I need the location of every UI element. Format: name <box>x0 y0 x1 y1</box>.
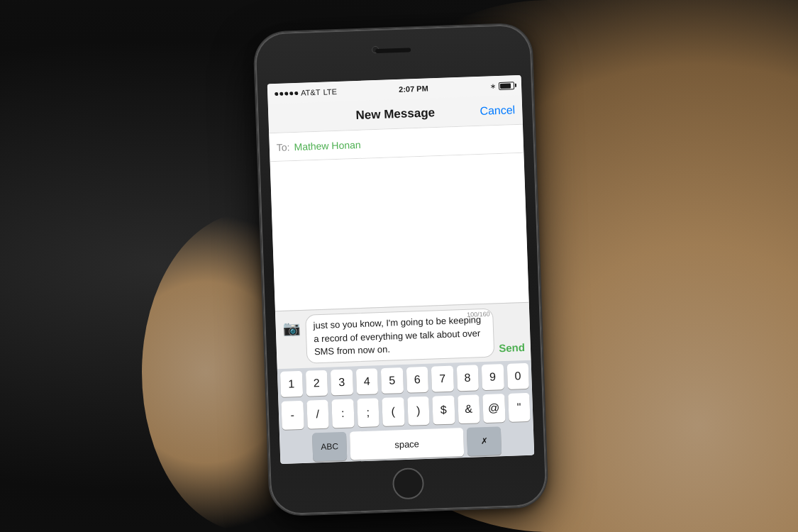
phone-body: AT&T LTE 2:07 PM ∗ New Message Cancel <box>254 23 547 515</box>
message-input[interactable]: just so you know, I'm going to be keepin… <box>305 309 495 364</box>
key-ampersand[interactable]: & <box>458 394 480 423</box>
key-4[interactable]: 4 <box>355 368 378 394</box>
key-abc[interactable]: ABC <box>312 432 347 462</box>
bluetooth-icon: ∗ <box>490 82 496 90</box>
status-right: ∗ <box>490 82 514 90</box>
abc-label: ABC <box>321 441 338 452</box>
network-type-label: LTE <box>323 87 337 96</box>
space-label: space <box>394 438 419 450</box>
char-counter: 100/160 <box>467 311 490 318</box>
keyboard: 1 2 3 4 5 6 7 8 9 0 - / : ; ( <box>277 360 534 464</box>
delete-icon: ✗ <box>480 436 487 446</box>
to-contact: Mathew Honan <box>294 138 361 152</box>
key-slash[interactable]: / <box>306 400 329 429</box>
signal-icon <box>275 91 298 95</box>
key-dash[interactable]: - <box>281 401 304 430</box>
phone: AT&T LTE 2:07 PM ∗ New Message Cancel <box>254 23 547 515</box>
key-open-paren[interactable]: ( <box>382 397 404 426</box>
key-dollar[interactable]: $ <box>432 395 455 424</box>
key-6[interactable]: 6 <box>406 367 428 393</box>
key-7[interactable]: 7 <box>431 366 454 392</box>
battery-fill <box>500 83 511 89</box>
phone-screen: AT&T LTE 2:07 PM ∗ New Message Cancel <box>267 75 534 464</box>
key-1[interactable]: 1 <box>280 371 303 397</box>
key-9[interactable]: 9 <box>482 364 504 390</box>
key-3[interactable]: 3 <box>331 369 353 395</box>
camera-icon: 📷 <box>282 319 301 337</box>
key-close-paren[interactable]: ) <box>407 397 430 426</box>
message-area[interactable] <box>270 153 529 311</box>
cancel-button[interactable]: Cancel <box>480 104 515 118</box>
send-button[interactable]: Send <box>499 341 525 354</box>
key-8[interactable]: 8 <box>456 365 479 391</box>
status-left: AT&T LTE <box>275 87 337 98</box>
compose-area: 📷 just so you know, I'm going to be keep… <box>275 302 531 369</box>
home-button[interactable] <box>392 467 425 500</box>
message-text: just so you know, I'm going to be keepin… <box>313 314 487 358</box>
key-5[interactable]: 5 <box>381 367 404 394</box>
key-semicolon[interactable]: ; <box>357 398 379 427</box>
camera-button[interactable]: 📷 <box>281 318 301 338</box>
battery-icon <box>499 82 514 90</box>
key-space[interactable]: space <box>350 428 464 460</box>
key-at[interactable]: @ <box>482 394 505 423</box>
key-delete[interactable]: ✗ <box>467 426 501 456</box>
key-0[interactable]: 0 <box>506 363 529 389</box>
key-colon[interactable]: : <box>331 399 354 428</box>
to-label: To: <box>277 141 290 153</box>
key-2[interactable]: 2 <box>305 370 328 397</box>
nav-content: New Message Cancel <box>275 104 515 125</box>
speaker <box>375 48 411 53</box>
time-label: 2:07 PM <box>399 84 428 93</box>
carrier-label: AT&T <box>301 88 321 97</box>
nav-title: New Message <box>355 106 435 123</box>
key-quote[interactable]: " <box>508 393 531 422</box>
